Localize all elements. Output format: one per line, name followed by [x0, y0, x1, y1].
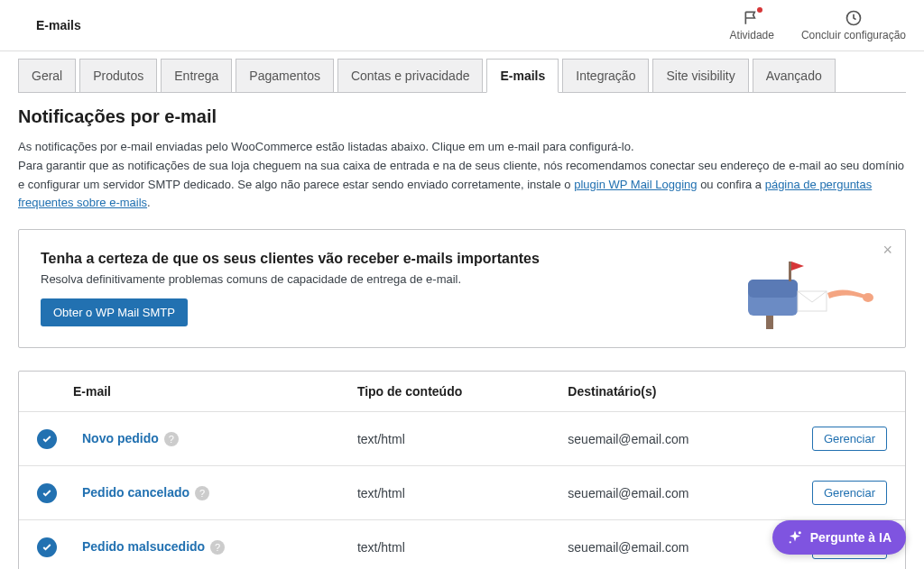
svg-point-7 — [799, 531, 801, 534]
col-content-type: Tipo de conteúdo — [348, 372, 559, 412]
status-enabled-icon — [37, 429, 57, 449]
recipient: seuemail@email.com — [559, 466, 797, 520]
status-enabled-icon — [37, 537, 57, 557]
table-row: Pedido cancelado? text/html seuemail@ema… — [19, 466, 905, 520]
close-promo-button[interactable]: × — [882, 241, 892, 260]
help-icon[interactable]: ? — [164, 432, 179, 446]
svg-rect-2 — [748, 280, 798, 298]
tab-geral[interactable]: Geral — [18, 59, 76, 92]
tab-emails[interactable]: E-mails — [486, 59, 559, 93]
svg-rect-3 — [766, 316, 773, 329]
table-row: Novo pedido? text/html seuemail@email.co… — [19, 412, 905, 466]
content-type: text/html — [348, 412, 559, 466]
help-icon[interactable]: ? — [195, 486, 209, 500]
header-actions: Atividade Concluir configuração — [730, 9, 906, 41]
section-title: Notificações por e-mail — [18, 106, 906, 127]
tab-contas[interactable]: Contas e privacidade — [337, 59, 484, 92]
clock-icon — [845, 9, 863, 27]
settings-tabs: Geral Produtos Entrega Pagamentos Contas… — [0, 59, 924, 92]
table-row: Pedido malsucedido? text/html seuemail@e… — [19, 520, 905, 569]
recipient: seuemail@email.com — [559, 412, 797, 466]
flag-icon — [743, 9, 761, 27]
finish-setup-button[interactable]: Concluir configuração — [801, 9, 906, 41]
recipient: seuemail@email.com — [559, 520, 797, 569]
svg-point-8 — [789, 541, 790, 543]
col-status — [19, 372, 73, 412]
tab-integracao[interactable]: Integração — [562, 59, 649, 92]
get-wp-mail-smtp-button[interactable]: Obter o WP Mail SMTP — [41, 298, 188, 326]
svg-rect-4 — [789, 262, 791, 281]
promo-title: Tenha a certeza de que os seus clientes … — [41, 251, 721, 267]
col-actions — [797, 372, 905, 412]
promo-box: Tenha a certeza de que os seus clientes … — [18, 229, 906, 348]
svg-point-6 — [863, 293, 873, 302]
col-email: E-mail — [73, 372, 348, 412]
tab-avancado[interactable]: Avançado — [753, 59, 836, 92]
email-name-link[interactable]: Pedido malsucedido — [82, 539, 205, 554]
help-icon[interactable]: ? — [210, 540, 225, 555]
page-title: E-mails — [36, 18, 81, 32]
tab-produtos[interactable]: Produtos — [79, 59, 157, 92]
section-description: As notificações por e-mail enviadas pelo… — [18, 138, 906, 213]
status-enabled-icon — [37, 483, 57, 503]
tab-site-visibility[interactable]: Site visibility — [652, 59, 748, 92]
email-name-link[interactable]: Pedido cancelado — [82, 485, 189, 500]
tab-entrega[interactable]: Entrega — [161, 59, 232, 92]
mailbox-illustration — [721, 248, 883, 329]
tab-pagamentos[interactable]: Pagamentos — [236, 59, 334, 92]
header: E-mails Atividade Concluir configuração — [0, 0, 924, 51]
col-recipients: Destinatário(s) — [559, 372, 797, 412]
activity-button[interactable]: Atividade — [730, 9, 774, 41]
ask-ai-button[interactable]: Pergunte à IA — [772, 520, 906, 555]
email-name-link[interactable]: Novo pedido — [82, 431, 159, 445]
sparkle-icon — [787, 529, 803, 546]
manage-button[interactable]: Gerenciar — [812, 427, 887, 451]
promo-subtitle: Resolva definitivamente problemas comuns… — [41, 272, 721, 286]
link-wp-mail-logging[interactable]: plugin WP Mail Logging — [574, 178, 697, 191]
content-type: text/html — [348, 466, 559, 520]
content-type: text/html — [348, 520, 559, 569]
manage-button[interactable]: Gerenciar — [812, 481, 887, 505]
